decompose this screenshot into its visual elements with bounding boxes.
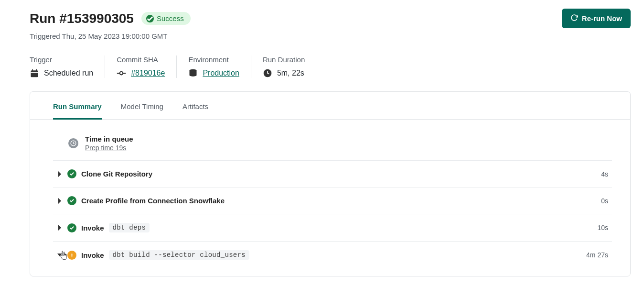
queue-title: Time in queue xyxy=(85,135,133,143)
status-label: Success xyxy=(157,14,184,22)
tab-artifacts[interactable]: Artifacts xyxy=(182,92,208,120)
meta-label: Run Duration xyxy=(263,55,305,64)
step-duration: 10s xyxy=(597,224,608,232)
step-name: Invoke xyxy=(81,224,104,232)
meta-label: Commit SHA xyxy=(117,55,165,64)
svg-rect-15 xyxy=(72,254,73,256)
chevron-right-icon[interactable] xyxy=(57,225,63,231)
chevron-right-icon[interactable] xyxy=(57,198,63,204)
run-title: Run #153990305 xyxy=(30,11,134,26)
rerun-button[interactable]: Re-run Now xyxy=(562,9,631,28)
step-name: Create Profile from Connection Snowflake xyxy=(81,197,225,205)
rerun-label: Re-run Now xyxy=(582,14,622,22)
svg-point-5 xyxy=(120,72,123,75)
svg-marker-11 xyxy=(58,171,61,177)
success-check-icon xyxy=(146,15,154,22)
svg-marker-12 xyxy=(58,198,61,204)
success-check-icon xyxy=(67,196,76,205)
meta-duration: Run Duration 5m, 22s xyxy=(263,55,305,78)
step-name: Clone Git Repository xyxy=(81,170,152,178)
chevron-down-icon[interactable] xyxy=(57,252,63,258)
refresh-icon xyxy=(570,14,578,23)
warning-icon xyxy=(67,251,76,260)
step-row[interactable]: Clone Git Repository4s xyxy=(53,161,612,188)
clock-icon xyxy=(263,68,272,78)
svg-point-16 xyxy=(72,256,73,257)
calendar-icon xyxy=(30,68,39,78)
chevron-right-icon[interactable] xyxy=(57,171,63,177)
clock-circle-icon xyxy=(68,138,78,148)
triggered-timestamp: Triggered Thu, 25 May 2023 19:00:00 GMT xyxy=(30,32,631,40)
step-row[interactable]: Create Profile from Connection Snowflake… xyxy=(53,188,612,214)
queue-item: Time in queue Prep time 19s xyxy=(53,128,612,161)
environment-link[interactable]: Production xyxy=(203,69,239,77)
database-icon xyxy=(188,68,198,78)
success-check-icon xyxy=(67,223,76,232)
panel: Run Summary Model Timing Artifacts Time … xyxy=(30,91,631,276)
step-duration: 4s xyxy=(601,170,608,178)
tab-run-summary[interactable]: Run Summary xyxy=(53,92,102,120)
status-badge: Success xyxy=(141,12,191,25)
step-duration: 4m 27s xyxy=(586,251,608,259)
tabs: Run Summary Model Timing Artifacts xyxy=(30,92,630,120)
duration-value: 5m, 22s xyxy=(277,69,304,77)
commit-icon xyxy=(117,68,126,78)
tab-model-timing[interactable]: Model Timing xyxy=(121,92,163,120)
meta-commit: Commit SHA #819016e xyxy=(117,55,177,78)
svg-marker-13 xyxy=(58,225,61,231)
step-command: dbt build --selector cloud_users xyxy=(109,250,249,260)
step-row[interactable]: Invokedbt build --selector cloud_users4m… xyxy=(53,242,612,268)
svg-marker-14 xyxy=(57,254,62,256)
queue-prep-time[interactable]: Prep time 19s xyxy=(85,144,133,152)
meta-label: Trigger xyxy=(30,55,93,64)
step-duration: 0s xyxy=(601,197,608,205)
step-name: Invoke xyxy=(81,251,104,259)
meta-trigger: Trigger Scheduled run xyxy=(30,55,105,78)
step-row[interactable]: Invokedbt deps10s xyxy=(53,214,612,242)
meta-label: Environment xyxy=(188,55,239,64)
success-check-icon xyxy=(67,169,76,178)
commit-sha-link[interactable]: #819016e xyxy=(131,69,165,77)
summary-items: Time in queue Prep time 19s Clone Git Re… xyxy=(30,120,630,268)
meta-environment: Environment Production xyxy=(188,55,251,78)
trigger-value: Scheduled run xyxy=(44,69,93,77)
step-command: dbt deps xyxy=(109,223,150,232)
